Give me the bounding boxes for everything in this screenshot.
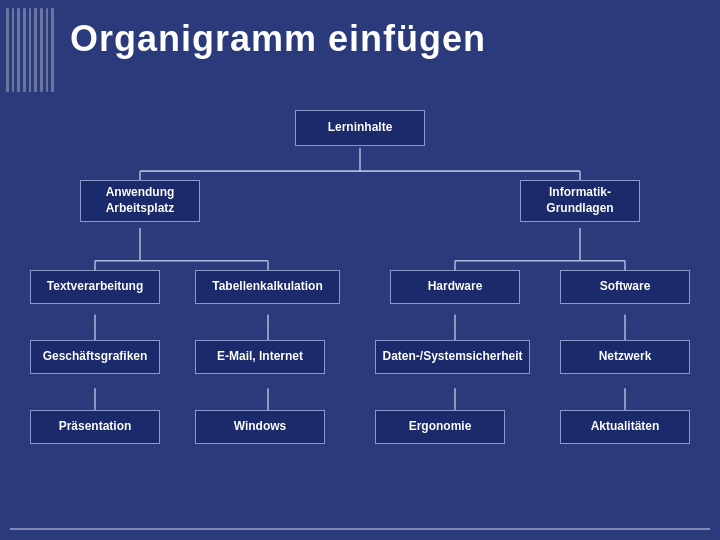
tabellenkalkulation-label: Tabellenkalkulation bbox=[212, 279, 322, 295]
root-label: Lerninhalte bbox=[328, 120, 393, 136]
aktualitaeten-box: Aktualitäten bbox=[560, 410, 690, 444]
geschaeftsgrafiken-label: Geschäftsgrafiken bbox=[43, 349, 148, 365]
email-label: E-Mail, Internet bbox=[217, 349, 303, 365]
praesentation-box: Präsentation bbox=[30, 410, 160, 444]
orgchart: Lerninhalte AnwendungArbeitsplatz Inform… bbox=[20, 110, 700, 500]
textverarbeitung-label: Textverarbeitung bbox=[47, 279, 143, 295]
netzwerk-box: Netzwerk bbox=[560, 340, 690, 374]
page-title: Organigramm einfügen bbox=[70, 18, 700, 60]
datensystemsicherheit-box: Daten-/Systemsicherheit bbox=[375, 340, 530, 374]
anwendung-label: AnwendungArbeitsplatz bbox=[106, 185, 175, 216]
decorative-stripes bbox=[0, 0, 60, 100]
title-area: Organigramm einfügen bbox=[70, 18, 700, 60]
datensystemsicherheit-label: Daten-/Systemsicherheit bbox=[382, 349, 522, 365]
windows-label: Windows bbox=[234, 419, 287, 435]
netzwerk-label: Netzwerk bbox=[599, 349, 652, 365]
software-box: Software bbox=[560, 270, 690, 304]
praesentation-label: Präsentation bbox=[59, 419, 132, 435]
aktualitaeten-label: Aktualitäten bbox=[591, 419, 660, 435]
windows-box: Windows bbox=[195, 410, 325, 444]
hardware-label: Hardware bbox=[428, 279, 483, 295]
email-box: E-Mail, Internet bbox=[195, 340, 325, 374]
tabellenkalkulation-box: Tabellenkalkulation bbox=[195, 270, 340, 304]
root-box: Lerninhalte bbox=[295, 110, 425, 146]
bottom-line bbox=[10, 528, 710, 530]
hardware-box: Hardware bbox=[390, 270, 520, 304]
ergonomie-box: Ergonomie bbox=[375, 410, 505, 444]
ergonomie-label: Ergonomie bbox=[409, 419, 472, 435]
informatik-box: Informatik-Grundlagen bbox=[520, 180, 640, 222]
software-label: Software bbox=[600, 279, 651, 295]
anwendung-box: AnwendungArbeitsplatz bbox=[80, 180, 200, 222]
geschaeftsgrafiken-box: Geschäftsgrafiken bbox=[30, 340, 160, 374]
textverarbeitung-box: Textverarbeitung bbox=[30, 270, 160, 304]
informatik-label: Informatik-Grundlagen bbox=[546, 185, 613, 216]
